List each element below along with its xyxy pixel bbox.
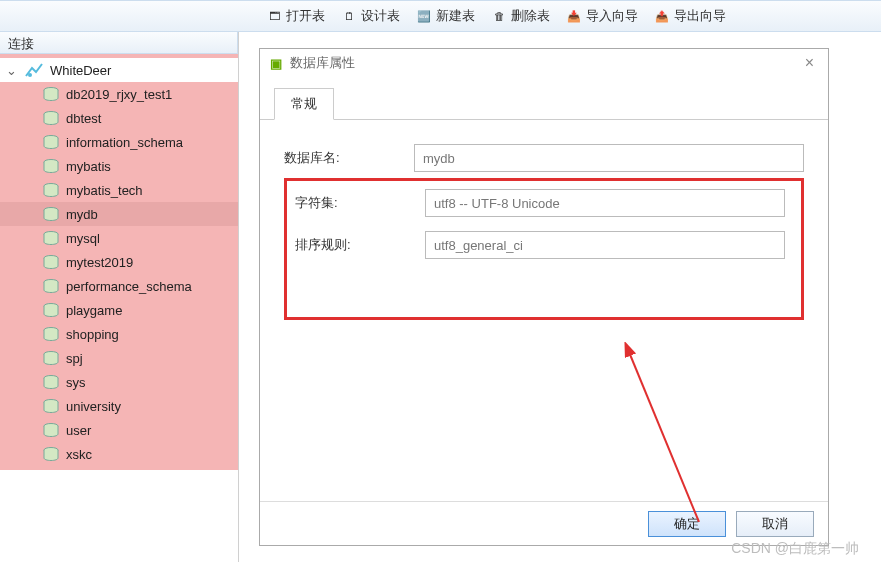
watermark: CSDN @白鹿第一帅 (731, 540, 859, 558)
db-label: mytest2019 (66, 255, 133, 270)
tree-db-shopping[interactable]: shopping (0, 322, 238, 346)
tree-db-performance_schema[interactable]: performance_schema (0, 274, 238, 298)
db-label: spj (66, 351, 83, 366)
design-icon: 🗒 (341, 8, 357, 24)
dialog-form: 数据库名: 字符集: 排序规则: (260, 120, 828, 501)
db-label: dbtest (66, 111, 101, 126)
design-table-label: 设计表 (361, 7, 400, 25)
tree-db-db2019_rjxy_test1[interactable]: db2019_rjxy_test1 (0, 82, 238, 106)
tree-db-dbtest[interactable]: dbtest (0, 106, 238, 130)
main-toolbar: 🗔打开表 🗒设计表 🆕新建表 🗑删除表 📥导入向导 📤导出向导 (0, 0, 881, 32)
db-label: university (66, 399, 121, 414)
new-table-label: 新建表 (436, 7, 475, 25)
db-label: mybatis_tech (66, 183, 143, 198)
tree-db-mybatis_tech[interactable]: mybatis_tech (0, 178, 238, 202)
db-label: user (66, 423, 91, 438)
dialog-footer: 确定 取消 (260, 501, 828, 545)
new-table-button[interactable]: 🆕新建表 (410, 4, 481, 28)
db-label: shopping (66, 327, 119, 342)
connections-panel: 连接 ⌄WhiteDeerdb2019_rjxy_test1dbtestinfo… (0, 32, 238, 562)
import-icon: 📥 (566, 8, 582, 24)
tree-db-playgame[interactable]: playgame (0, 298, 238, 322)
tree-db-mytest2019[interactable]: mytest2019 (0, 250, 238, 274)
svg-point-0 (28, 73, 32, 77)
db-label: information_schema (66, 135, 183, 150)
row-charset: 字符集: (295, 189, 785, 217)
highlight-annotation: 字符集: 排序规则: (284, 178, 804, 320)
tree-db-mydb[interactable]: mydb (0, 202, 238, 226)
tree-db-spj[interactable]: spj (0, 346, 238, 370)
tree-connection[interactable]: ⌄WhiteDeer (0, 58, 238, 82)
label-collation: 排序规则: (295, 236, 425, 254)
open-table-label: 打开表 (286, 7, 325, 25)
ok-button[interactable]: 确定 (648, 511, 726, 537)
export-wizard-label: 导出向导 (674, 7, 726, 25)
design-table-button[interactable]: 🗒设计表 (335, 4, 406, 28)
import-wizard-button[interactable]: 📥导入向导 (560, 4, 644, 28)
table-icon: 🗔 (266, 8, 282, 24)
tree-db-mybatis[interactable]: mybatis (0, 154, 238, 178)
tree-db-information_schema[interactable]: information_schema (0, 130, 238, 154)
panel-title: 连接 (0, 32, 238, 54)
tree-db-mysql[interactable]: mysql (0, 226, 238, 250)
tab-general[interactable]: 常规 (274, 88, 334, 120)
label-charset: 字符集: (295, 194, 425, 212)
label-dbname: 数据库名: (284, 149, 414, 167)
export-icon: 📤 (654, 8, 670, 24)
db-label: xskc (66, 447, 92, 462)
tree-db-user[interactable]: user (0, 418, 238, 442)
tab-bar: 常规 (260, 77, 828, 120)
delete-table-button[interactable]: 🗑删除表 (485, 4, 556, 28)
tree-db-sys[interactable]: sys (0, 370, 238, 394)
tree-db-xskc[interactable]: xskc (0, 442, 238, 466)
db-label: mydb (66, 207, 98, 222)
cancel-button[interactable]: 取消 (736, 511, 814, 537)
db-label: db2019_rjxy_test1 (66, 87, 172, 102)
db-label: performance_schema (66, 279, 192, 294)
input-dbname[interactable] (414, 144, 804, 172)
row-dbname: 数据库名: (284, 144, 804, 172)
db-icon: ▣ (270, 56, 282, 71)
open-table-button[interactable]: 🗔打开表 (260, 4, 331, 28)
delete-table-label: 删除表 (511, 7, 550, 25)
dialog-title: 数据库属性 (290, 54, 355, 72)
chevron-down-icon: ⌄ (6, 63, 18, 78)
db-label: mybatis (66, 159, 111, 174)
db-tree[interactable]: ⌄WhiteDeerdb2019_rjxy_test1dbtestinforma… (0, 54, 238, 470)
db-label: sys (66, 375, 86, 390)
db-label: mysql (66, 231, 100, 246)
db-properties-dialog: ▣ 数据库属性 × 常规 数据库名: 字符集: 排序规则: (259, 48, 829, 546)
content-area: ▣ 数据库属性 × 常规 数据库名: 字符集: 排序规则: (238, 32, 881, 562)
tree-db-university[interactable]: university (0, 394, 238, 418)
select-collation[interactable] (425, 231, 785, 259)
delete-icon: 🗑 (491, 8, 507, 24)
import-wizard-label: 导入向导 (586, 7, 638, 25)
select-charset[interactable] (425, 189, 785, 217)
export-wizard-button[interactable]: 📤导出向导 (648, 4, 732, 28)
db-label: playgame (66, 303, 122, 318)
new-icon: 🆕 (416, 8, 432, 24)
row-collation: 排序规则: (295, 231, 785, 259)
close-icon[interactable]: × (801, 54, 818, 72)
dialog-titlebar: ▣ 数据库属性 × (260, 49, 828, 77)
connection-label: WhiteDeer (50, 63, 111, 78)
